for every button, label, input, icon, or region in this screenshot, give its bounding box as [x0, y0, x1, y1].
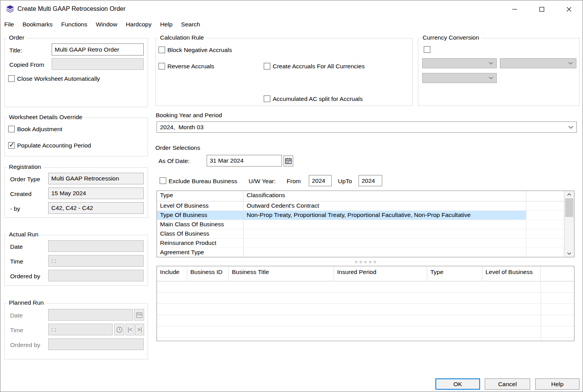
planned-run-ordered-by-label: Ordered by: [10, 342, 40, 349]
ok-button[interactable]: OK: [435, 378, 480, 390]
uw-year-upto-input[interactable]: [359, 175, 382, 186]
table-row[interactable]: [157, 338, 574, 341]
table-row-main-class-of-business[interactable]: Main Class Of Business: [157, 220, 564, 229]
scroll-down-icon[interactable]: [564, 250, 574, 257]
calculation-rule-legend: Calculation Rule: [158, 34, 206, 41]
menu-window[interactable]: Window: [92, 19, 122, 30]
accruals-all-currencies-checkbox[interactable]: [264, 63, 270, 69]
table-row[interactable]: [157, 326, 574, 338]
planned-time-clock-button: [114, 324, 124, 335]
titlebar: Create Multi GAAP Retrocession Order: [0, 0, 583, 18]
uw-year-label: U/W Year:: [249, 178, 276, 185]
order-type-label: Order Type: [10, 176, 40, 183]
column-header-business-id: Business ID: [187, 266, 229, 281]
business-table-header: Include Business ID Business Title Insur…: [157, 266, 574, 281]
copied-from-label: Copied From: [9, 61, 44, 68]
created-value: [48, 187, 144, 199]
table-row-agreement-type[interactable]: Agreement Type: [157, 248, 564, 257]
vertical-scrollbar[interactable]: [564, 191, 574, 257]
actual-run-legend: Actual Run: [7, 231, 40, 238]
table-row[interactable]: [157, 304, 574, 315]
table-row-type-of-business[interactable]: Type Of Business Non-Prop Treaty, Propor…: [157, 211, 564, 220]
menu-functions[interactable]: Functions: [57, 19, 92, 30]
uw-year-from-label: From: [287, 178, 301, 185]
title-label: Title:: [9, 47, 22, 54]
book-adjustment-label: Book Adjustment: [17, 126, 62, 133]
window-controls: [501, 0, 583, 18]
uw-year-upto-label: UpTo: [338, 178, 352, 185]
created-by-label: - by: [10, 205, 20, 212]
menu-file[interactable]: File: [4, 19, 18, 30]
accumulated-ac-split-label: Accumulated AC split for Accruals: [273, 95, 363, 102]
populate-accounting-period-checkbox[interactable]: [8, 142, 15, 149]
app-layers-icon: [5, 4, 15, 14]
scrollbar-thumb[interactable]: [565, 198, 573, 217]
currency-conversion-checkbox[interactable]: [424, 46, 430, 53]
chevron-down-icon: [568, 62, 573, 65]
actual-run-date-label: Date: [10, 243, 23, 250]
registration-group: Registration Order Type Created - by: [4, 167, 148, 218]
block-negative-accruals-checkbox[interactable]: [158, 47, 165, 53]
created-by-value: [48, 202, 144, 214]
splitter-handle[interactable]: [355, 261, 376, 263]
created-label: Created: [10, 191, 31, 198]
currency-to-dropdown: [500, 58, 576, 68]
minimize-button[interactable]: [501, 0, 528, 18]
order-title-input[interactable]: [52, 43, 144, 56]
as-of-date-input[interactable]: [207, 155, 282, 167]
column-header-type: Type: [157, 191, 244, 201]
table-row[interactable]: [157, 293, 574, 304]
table-row[interactable]: [157, 281, 574, 293]
order-type-value: [48, 173, 144, 184]
classification-table: Type Classifications Level Of Business O…: [157, 191, 574, 257]
uw-year-from-input[interactable]: [309, 175, 332, 186]
order-group-legend: Order: [7, 34, 26, 41]
table-row[interactable]: [157, 315, 574, 326]
reverse-accruals-label: Reverse Accruals: [167, 63, 214, 70]
actual-run-date-value: [48, 240, 144, 252]
reverse-accruals-checkbox[interactable]: [158, 63, 165, 69]
as-of-date-calendar-button[interactable]: [284, 155, 293, 167]
column-header-level-of-business: Level of Business: [482, 266, 541, 281]
help-button[interactable]: Help: [535, 378, 580, 390]
worksheet-override-group: Worksheet Details Override Book Adjustme…: [4, 118, 148, 156]
table-row-level-of-business[interactable]: Level Of Business Outward Cedent's Contr…: [157, 201, 564, 211]
chevron-down-icon: [568, 126, 573, 129]
classification-table-header: Type Classifications: [157, 191, 564, 201]
maximize-button[interactable]: [528, 0, 555, 18]
table-row-class-of-business[interactable]: Class Of Business: [157, 229, 564, 239]
skip-to-end-button: >|: [135, 324, 144, 335]
planned-date-calendar-button: [134, 309, 144, 321]
actual-run-time-value: [48, 255, 144, 267]
column-header-insured-period: Insured Period: [334, 266, 427, 281]
scroll-up-icon[interactable]: [564, 191, 574, 198]
exclude-bureau-business-checkbox[interactable]: [160, 177, 166, 184]
as-of-date-label: As Of Date:: [158, 158, 190, 165]
chevron-down-icon: [489, 62, 493, 65]
close-worksheet-checkbox[interactable]: [8, 75, 15, 82]
copied-from-input: [52, 58, 144, 70]
table-row-reinsurance-product[interactable]: Reinsurance Product: [157, 239, 564, 248]
menu-bookmarks[interactable]: Bookmarks: [18, 19, 57, 30]
block-negative-accruals-label: Block Negative Accruals: [167, 47, 232, 54]
booking-year-period-value: 2024, Month 03: [160, 124, 204, 131]
column-divider: [541, 281, 541, 341]
exclude-bureau-business-label: Exclude Bureau Business: [169, 178, 237, 185]
planned-run-group: Planned Run Date Time |< >| Ordered by: [4, 303, 148, 359]
dialog-window: Create Multi GAAP Retrocession Order Fil…: [0, 0, 583, 392]
currency-rate-dropdown: [422, 73, 497, 83]
accumulated-ac-split-checkbox[interactable]: [264, 95, 270, 102]
cancel-button[interactable]: Cancel: [485, 378, 530, 390]
close-worksheet-label: Close Worksheet Automatically: [17, 75, 100, 82]
actual-run-group: Actual Run Date Time Ordered by: [4, 235, 148, 286]
menu-search[interactable]: Search: [177, 19, 204, 30]
calculation-rule-group: Calculation Rule Block Negative Accruals…: [155, 38, 413, 106]
column-header-classifications: Classifications: [244, 191, 526, 201]
planned-run-time-label: Time: [10, 327, 23, 334]
menu-hardcopy[interactable]: Hardcopy: [122, 19, 156, 30]
close-button[interactable]: [555, 0, 583, 18]
chevron-down-icon: [489, 77, 493, 80]
booking-year-period-dropdown[interactable]: 2024, Month 03: [157, 121, 577, 133]
book-adjustment-checkbox[interactable]: [8, 126, 15, 132]
menu-help[interactable]: Help: [156, 19, 177, 30]
